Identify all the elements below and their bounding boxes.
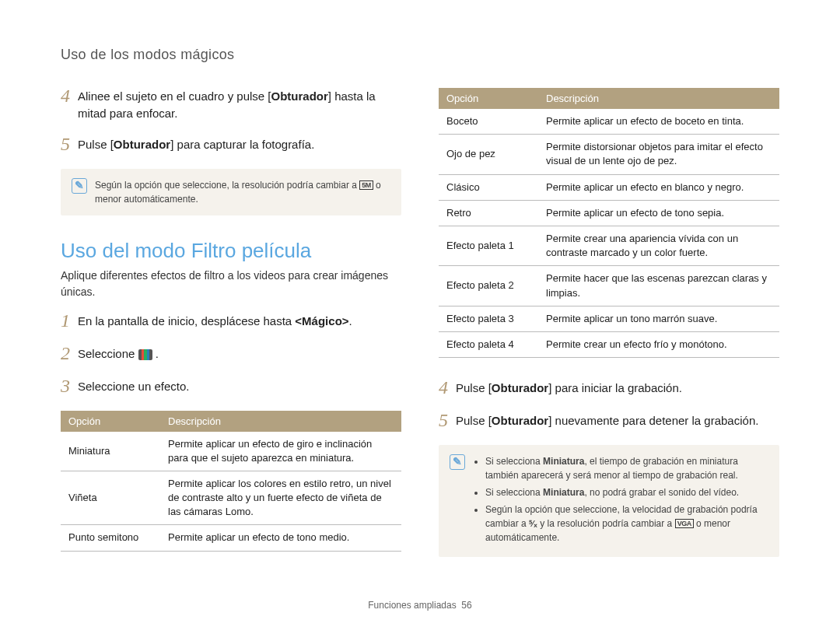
text: En la pantalla de inicio, desplácese has… (78, 314, 295, 328)
option-cell: Ojo de pez (439, 135, 538, 174)
note-icon: ✎ (72, 178, 87, 194)
desc-cell: Permite crear un efecto frío y monótono. (538, 331, 779, 357)
desc-cell: Permite aplicar un efecto de boceto en t… (538, 109, 779, 135)
text: Si selecciona (485, 456, 543, 467)
text: , no podrá grabar el sonido del vídeo. (584, 487, 739, 498)
options-table-left: Opción Descripción MiniaturaPermite apli… (61, 411, 401, 552)
table-header-option: Opción (439, 88, 538, 109)
table-row: Punto semitonoPermite aplicar un efecto … (61, 525, 401, 551)
table-row: BocetoPermite aplicar un efecto de bocet… (439, 109, 779, 135)
table-header-option: Opción (61, 411, 160, 432)
text: . (349, 314, 352, 328)
table-row: Efecto paleta 3Permite aplicar un tono m… (439, 306, 779, 331)
option-cell: Efecto paleta 1 (439, 226, 538, 265)
page-header: Uso de los modos mágicos (61, 47, 779, 63)
step-text: Alinee el sujeto en el cuadro y pulse [O… (78, 88, 401, 122)
step-2: 2 Seleccione . (61, 345, 401, 364)
table-row: Efecto paleta 4Permite crear un efecto f… (439, 331, 779, 357)
text: Si selecciona (485, 487, 543, 498)
step-5: 5 Pulse [Obturador] nuevamente para dete… (439, 412, 779, 431)
desc-cell: Permite distorsionar objetos para imitar… (538, 135, 779, 174)
left-column: 4 Alinee el sujeto en el cuadro y pulse … (61, 88, 401, 576)
option-cell: Viñeta (61, 471, 160, 525)
step-4: 4 Pulse [Obturador] para iniciar la grab… (439, 380, 779, 398)
desc-cell: Permite crear una apariencia vívida con … (538, 226, 779, 265)
shutter-label: Obturador (114, 138, 170, 151)
shutter-label: Obturador (492, 381, 548, 394)
two-column-layout: 4 Alinee el sujeto en el cuadro y pulse … (61, 88, 779, 576)
shutter-label: Obturador (492, 414, 548, 427)
table-row: ViñetaPermite aplicar los colores en est… (61, 471, 401, 525)
text: Pulse [ (78, 138, 114, 151)
text: Pulse [ (456, 414, 492, 427)
step-number: 3 (61, 377, 78, 395)
option-cell: Clásico (439, 174, 538, 200)
step-number: 1 (61, 311, 78, 330)
desc-cell: Permite aplicar un efecto de tono sepia. (538, 200, 779, 226)
step-text: Pulse [Obturador] para iniciar la grabac… (456, 380, 779, 397)
resolution-badge-icon: 5M (359, 180, 373, 190)
note-box: ✎ Según la opción que seleccione, la res… (61, 169, 401, 215)
table-header-description: Descripción (538, 88, 779, 109)
text: Seleccione (78, 347, 138, 360)
option-cell: Efecto paleta 4 (439, 331, 538, 357)
step-5: 5 Pulse [Obturador] para capturar la fot… (61, 136, 401, 155)
note-text: Según la opción que seleccione, la resol… (95, 178, 390, 206)
footer-page-number: 56 (461, 600, 471, 611)
footer-label: Funciones ampliadas (368, 600, 456, 611)
step-number: 5 (439, 411, 456, 429)
text: y la resolución podría cambiar a (537, 518, 675, 529)
option-cell: Punto semitono (61, 525, 160, 551)
section-title: Uso del modo Filtro película (61, 239, 401, 263)
note-item: Si selecciona Miniatura, no podrá grabar… (485, 485, 768, 499)
page-footer: Funciones ampliadas 56 (0, 600, 840, 611)
film-filter-icon (138, 349, 152, 360)
note-content: Si selecciona Miniatura, el tiempo de gr… (473, 454, 768, 548)
shutter-label: Obturador (271, 89, 328, 103)
speed-icon: ⁵⁄ₓ (529, 517, 537, 531)
desc-cell: Permite hacer que las escenas parezcan c… (538, 266, 779, 306)
resolution-badge-icon: VGA (675, 519, 694, 528)
bold: Miniatura (543, 456, 584, 467)
note-item: Si selecciona Miniatura, el tiempo de gr… (485, 454, 768, 482)
table-row: ClásicoPermite aplicar un efecto en blan… (439, 174, 779, 200)
note-icon: ✎ (450, 454, 465, 470)
bold: Miniatura (543, 487, 584, 498)
magic-label: <Mágico> (295, 314, 348, 328)
table-row: Efecto paleta 1Permite crear una aparien… (439, 226, 779, 265)
options-table-right: Opción Descripción BocetoPermite aplicar… (439, 88, 779, 358)
desc-cell: Permite aplicar un efecto de giro e incl… (160, 432, 401, 471)
option-cell: Efecto paleta 2 (439, 266, 538, 306)
option-cell: Miniatura (61, 432, 160, 471)
text: ] para iniciar la grabación. (548, 381, 682, 394)
step-text: En la pantalla de inicio, desplácese has… (78, 313, 401, 330)
page: Uso de los modos mágicos 4 Alinee el suj… (0, 0, 840, 634)
text: Según la opción que seleccione, la resol… (95, 180, 359, 191)
step-number: 4 (439, 378, 456, 397)
option-cell: Retro (439, 200, 538, 226)
text: ] nuevamente para detener la grabación. (548, 414, 758, 427)
table-row: MiniaturaPermite aplicar un efecto de gi… (61, 432, 401, 471)
table-header-description: Descripción (160, 411, 401, 432)
table-row: RetroPermite aplicar un efecto de tono s… (439, 200, 779, 226)
step-text: Pulse [Obturador] nuevamente para detene… (456, 412, 779, 429)
option-cell: Efecto paleta 3 (439, 306, 538, 331)
table-row: Ojo de pezPermite distorsionar objetos p… (439, 135, 779, 174)
option-cell: Boceto (439, 109, 538, 135)
step-3: 3 Seleccione un efecto. (61, 378, 401, 397)
step-number: 5 (61, 135, 78, 153)
right-column: Opción Descripción BocetoPermite aplicar… (439, 88, 779, 576)
table-row: Efecto paleta 2Permite hacer que las esc… (439, 266, 779, 306)
desc-cell: Permite aplicar un tono marrón suave. (538, 306, 779, 331)
text: Alinee el sujeto en el cuadro y pulse [ (78, 89, 271, 103)
step-text: Seleccione un efecto. (78, 378, 401, 395)
step-number: 4 (61, 86, 78, 105)
text: ] para capturar la fotografía. (170, 138, 314, 151)
step-text: Pulse [Obturador] para capturar la fotog… (78, 136, 401, 153)
text: Pulse [ (456, 381, 492, 394)
desc-cell: Permite aplicar los colores en estilo re… (160, 471, 401, 525)
desc-cell: Permite aplicar un efecto en blanco y ne… (538, 174, 779, 200)
step-text: Seleccione . (78, 345, 401, 363)
section-subtitle: Aplique diferentes efectos de filtro a l… (61, 268, 401, 300)
desc-cell: Permite aplicar un efecto de tono medio. (160, 525, 401, 551)
